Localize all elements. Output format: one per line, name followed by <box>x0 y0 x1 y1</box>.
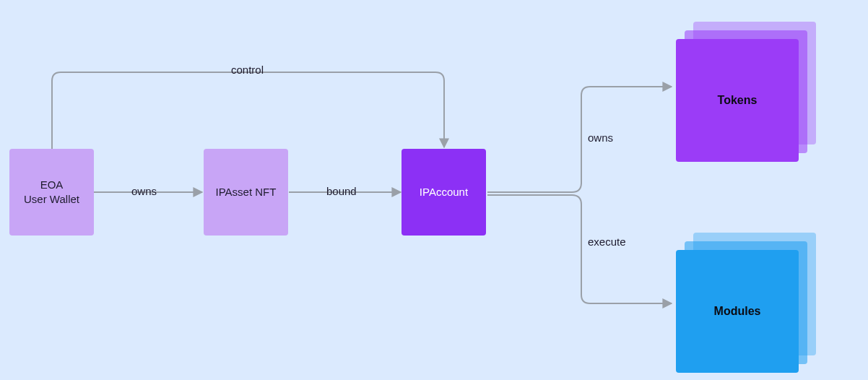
edge-label-execute: execute <box>588 236 626 248</box>
edge-ipaccount-modules <box>487 195 672 303</box>
edge-label-owns-2: owns <box>588 131 613 144</box>
edge-label-bound: bound <box>326 185 357 197</box>
node-modules: Modules <box>676 250 799 373</box>
node-ipaccount: IPAccount <box>402 149 486 236</box>
edge-label-owns-1: owns <box>131 185 157 197</box>
edge-ipaccount-tokens <box>487 87 672 192</box>
node-ipasset-nft: IPAsset NFT <box>204 149 288 236</box>
edge-eoa-ipaccount <box>52 72 444 149</box>
node-eoa-user-wallet: EOA User Wallet <box>9 149 94 236</box>
edge-label-control: control <box>231 64 264 76</box>
node-tokens: Tokens <box>676 39 799 162</box>
